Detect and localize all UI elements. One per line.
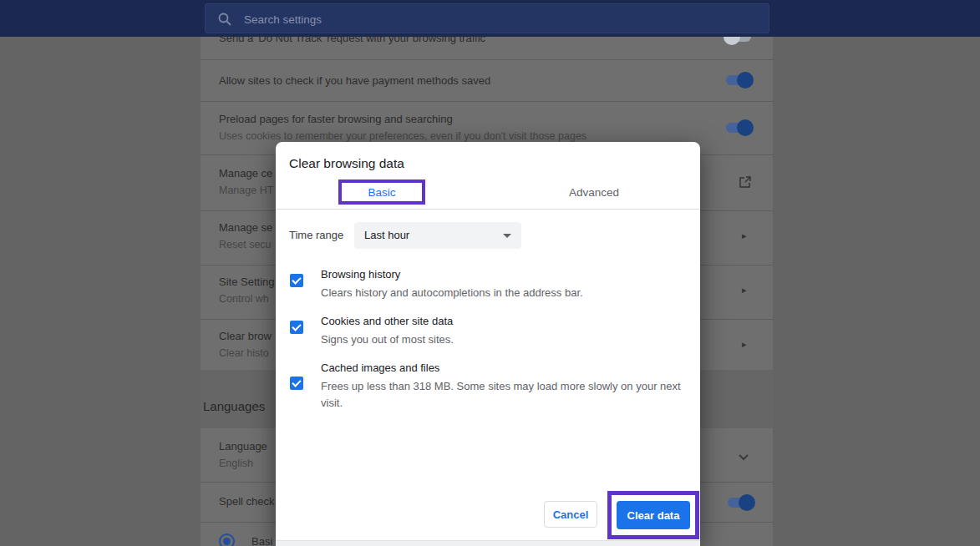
payment-methods-toggle[interactable] [724, 72, 754, 88]
languages-section-heading: Languages [203, 399, 265, 413]
row-arrow-icon[interactable]: ▸ [742, 339, 747, 350]
row-site-settings-sublabel: Control wh [219, 293, 269, 305]
row-language-sublabel: English [219, 458, 253, 469]
search-icon [217, 12, 232, 30]
spell-check-toggle[interactable] [725, 494, 755, 511]
toggle-knob [739, 494, 755, 511]
cookies-description: Signs you out of most sites. [321, 331, 688, 348]
row-spell-check-label: Spell check [219, 495, 274, 508]
row-arrow-icon[interactable]: ▸ [742, 230, 747, 241]
browsing-history-checkbox[interactable] [290, 274, 303, 287]
toggle-knob [737, 72, 754, 88]
cookies-label: Cookies and other site data [321, 315, 453, 327]
clear-browsing-data-screen: Send a 'Do Not Track' request with your … [0, 0, 980, 546]
cached-images-checkbox[interactable] [290, 377, 303, 390]
tab-advanced[interactable]: Advanced [488, 177, 700, 209]
basic-spell-check-radio[interactable] [219, 533, 235, 546]
row-preload-pages-sublabel: Uses cookies to remember your preference… [219, 130, 586, 142]
row-language-label: Language [219, 440, 267, 452]
annotation-highlight-clear-data [607, 491, 699, 539]
cookies-checkbox[interactable] [290, 321, 303, 334]
row-manage-security-sublabel: Reset secu [219, 239, 272, 250]
row-site-settings-label: Site Setting [219, 276, 275, 288]
row-manage-security-label: Manage se [219, 221, 272, 234]
tabs-divider [276, 209, 700, 210]
cached-images-label: Cached images and files [321, 361, 439, 374]
cancel-button[interactable]: Cancel [544, 501, 597, 528]
time-range-select[interactable]: Last hour [354, 222, 521, 249]
row-manage-certificates-label: Manage ce [219, 167, 272, 179]
toggle-knob [737, 119, 754, 136]
preload-pages-toggle[interactable] [724, 119, 754, 136]
browsing-history-label: Browsing history [321, 268, 400, 281]
row-divider [201, 101, 773, 102]
external-link-icon[interactable] [739, 175, 752, 192]
search-field[interactable] [205, 3, 769, 33]
row-manage-certificates-sublabel: Manage HT [219, 185, 273, 196]
time-range-value: Last hour [364, 229, 409, 241]
time-range-label: Time range [289, 229, 343, 241]
row-arrow-icon[interactable]: ▸ [742, 285, 747, 296]
dialog-bottom-strip [276, 540, 700, 546]
settings-header-bar [0, 0, 980, 37]
dialog-title: Clear browsing data [289, 156, 404, 171]
row-basic-spell-check-label: Basi [251, 535, 272, 546]
browsing-history-description: Clears history and autocompletions in th… [321, 285, 688, 301]
row-payment-methods-label: Allow sites to check if you have payment… [219, 74, 490, 87]
cached-images-description: Frees up less than 318 MB. Some sites ma… [321, 378, 688, 412]
row-preload-pages-label: Preload pages for faster browsing and se… [219, 113, 453, 125]
chevron-down-icon[interactable] [739, 449, 749, 456]
row-divider [201, 59, 773, 60]
dropdown-caret-icon [503, 234, 511, 238]
clear-browsing-data-dialog: Clear browsing data Basic Advanced Time … [276, 142, 700, 546]
search-input[interactable] [242, 4, 747, 34]
annotation-highlight-basic-tab [338, 179, 425, 205]
row-clear-browsing-sublabel: Clear histo [219, 347, 269, 359]
row-clear-browsing-label: Clear brow [219, 330, 272, 342]
